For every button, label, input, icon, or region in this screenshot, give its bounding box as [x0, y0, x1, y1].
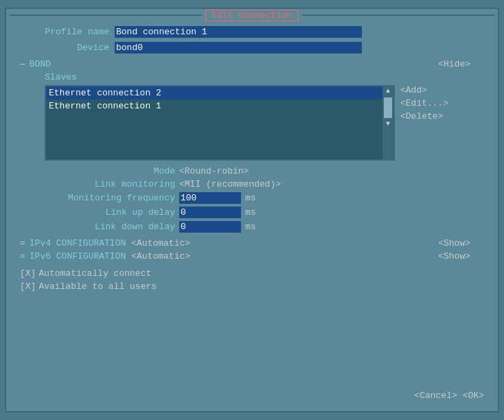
profile-name-row: Profile name [20, 26, 484, 38]
scroll-thumb[interactable] [384, 97, 392, 118]
ipv6-section: = IPv6 CONFIGURATION <Automatic> <Show> [20, 251, 484, 261]
content-area: Profile name Device — BOND <Hide> Slaves [6, 9, 498, 305]
ipv6-title: IPv6 CONFIGURATION [30, 251, 126, 261]
cancel-button[interactable]: <Cancel> [414, 390, 457, 401]
ipv4-value[interactable]: <Automatic> [131, 238, 190, 248]
link-up-row: Link up delay ms [45, 207, 484, 218]
mode-value[interactable]: <Round-robin> [179, 166, 249, 176]
title-bar: Edit connection [6, 8, 498, 22]
ipv4-section: = IPv4 CONFIGURATION <Automatic> <Show> [20, 238, 484, 248]
ipv4-marker: = [20, 238, 25, 248]
checkbox-auto-connect-box[interactable]: [X] [20, 268, 36, 279]
device-label: Device [20, 43, 109, 53]
profile-name-input[interactable] [115, 26, 362, 38]
checkbox-auto-connect-label: Automatically connect [38, 268, 151, 279]
slaves-label: Slaves [45, 72, 77, 82]
title-bar-line-left [10, 14, 202, 16]
add-btn[interactable]: <Add> [400, 85, 448, 95]
link-monitoring-value[interactable]: <MII (recommended)> [179, 179, 281, 189]
edit-btn[interactable]: <Edit...> [400, 98, 448, 108]
bond-hide-btn[interactable]: <Hide> [438, 59, 470, 69]
scrollbar: ▲ ▼ [382, 86, 393, 159]
delete-btn[interactable]: <Delete> [400, 111, 448, 121]
main-window: Edit connection Profile name Device — BO… [5, 8, 499, 412]
link-up-unit: ms [245, 207, 256, 218]
bond-header: — BOND <Hide> [20, 59, 484, 69]
link-up-input[interactable] [179, 207, 241, 218]
ipv4-title: IPv4 CONFIGURATION [30, 238, 126, 248]
checkbox-all-users-label: Available to all users [38, 281, 157, 292]
link-up-label: Link up delay [45, 207, 175, 218]
link-down-unit: ms [245, 222, 256, 232]
link-down-label: Link down delay [45, 222, 175, 232]
scroll-up-arrow[interactable]: ▲ [386, 88, 390, 95]
monitoring-freq-unit: ms [245, 193, 256, 203]
ok-button[interactable]: <OK> [463, 390, 484, 401]
checkboxes-area: [X] Automatically connect [X] Available … [20, 268, 484, 292]
mode-row: Mode <Round-robin> [45, 166, 484, 176]
slave-item-1[interactable]: Ethernet connection 1 [46, 100, 382, 113]
link-monitoring-row: Link monitoring <MII (recommended)> [45, 179, 484, 189]
bond-fields: Mode <Round-robin> Link monitoring <MII … [45, 166, 484, 233]
link-down-input[interactable] [179, 221, 241, 233]
device-row: Device [20, 42, 484, 54]
checkbox-all-users-box[interactable]: [X] [20, 281, 36, 292]
bond-title: BOND [30, 59, 51, 69]
title-bar-line-right [302, 14, 494, 16]
ipv4-show-btn[interactable]: <Show> [438, 238, 470, 248]
link-down-row: Link down delay ms [45, 221, 484, 233]
bond-marker: — [20, 59, 25, 69]
monitoring-freq-row: Monitoring frequency ms [45, 192, 484, 204]
slaves-actions: <Add> <Edit...> <Delete> [400, 85, 448, 121]
bottom-actions: <Cancel> <OK> [414, 390, 484, 401]
monitoring-freq-input[interactable] [179, 192, 241, 204]
scroll-down-arrow[interactable]: ▼ [386, 121, 390, 128]
profile-name-label: Profile name [20, 27, 109, 37]
monitoring-freq-label: Monitoring frequency [45, 193, 175, 203]
slave-item-0[interactable]: Ethernet connection 2 [46, 86, 382, 100]
link-monitoring-label: Link monitoring [45, 179, 175, 189]
ipv6-show-btn[interactable]: <Show> [438, 251, 470, 261]
device-input[interactable] [115, 42, 362, 54]
slaves-container: Ethernet connection 2 Ethernet connectio… [45, 85, 484, 161]
mode-label: Mode [45, 166, 175, 176]
slaves-list: Ethernet connection 2 Ethernet connectio… [46, 86, 382, 159]
slaves-list-wrapper: Ethernet connection 2 Ethernet connectio… [45, 85, 395, 161]
window-title: Edit connection [205, 10, 298, 21]
bond-section: — BOND <Hide> Slaves Ethernet connection… [20, 59, 484, 233]
ipv6-value[interactable]: <Automatic> [131, 251, 190, 261]
checkbox-all-users: [X] Available to all users [20, 281, 484, 292]
checkbox-auto-connect: [X] Automatically connect [20, 268, 484, 279]
ipv6-marker: = [20, 251, 25, 261]
